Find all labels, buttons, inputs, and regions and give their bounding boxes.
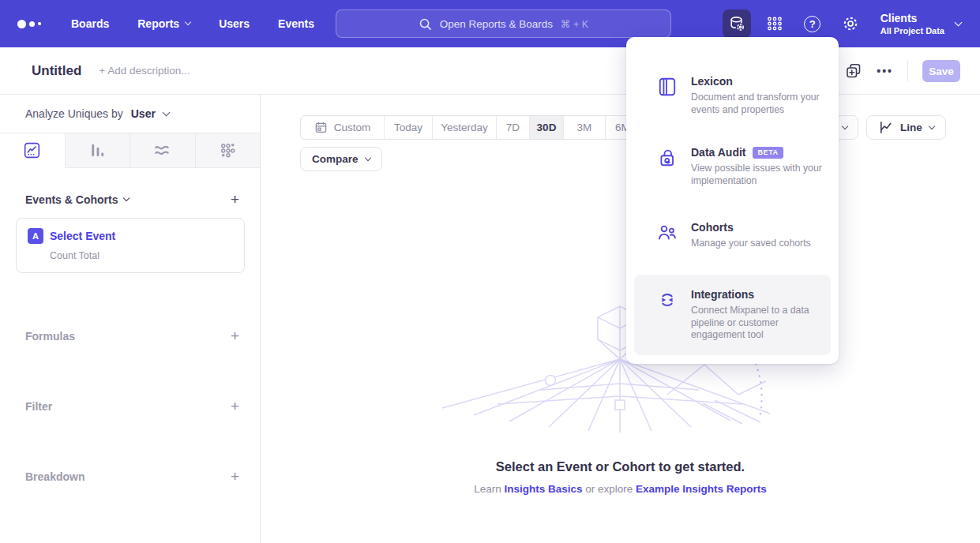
data-audit-icon — [657, 148, 678, 168]
empty-state-links: Learn Insights Basics or explore Example… — [261, 483, 980, 495]
filter-section: Filter + — [0, 399, 260, 414]
chart-type-label: Line — [900, 122, 922, 133]
app-root: Boards Reports Users Events Open Reports… — [0, 0, 980, 543]
nav-item-label: Reports — [137, 17, 179, 30]
menu-item-description: View possible issues with your implement… — [691, 163, 841, 187]
chevron-down-icon — [955, 18, 963, 26]
nav-item-label: Events — [278, 17, 314, 30]
menu-item-cohorts[interactable]: Cohorts Manage your saved cohorts — [634, 213, 831, 258]
menu-item-description: Manage your saved cohorts — [691, 238, 841, 250]
section-label: Filter — [25, 400, 52, 413]
chevron-down-icon — [929, 122, 935, 129]
line-chart-icon — [878, 120, 893, 135]
project-selector[interactable]: Clients All Project Data — [880, 12, 961, 36]
project-name: Clients — [880, 12, 944, 25]
tab-flow-chart[interactable] — [130, 133, 196, 168]
nav-item-reports[interactable]: Reports — [137, 17, 190, 30]
lexicon-book-icon — [657, 77, 678, 97]
help-button[interactable]: ? — [798, 9, 827, 38]
database-gear-icon — [727, 14, 746, 33]
apps-grid-button[interactable] — [760, 9, 789, 38]
menu-item-title: Integrations — [691, 288, 754, 301]
more-options-button[interactable]: ••• — [877, 65, 893, 77]
event-measure-dropdown[interactable]: Count Total — [50, 250, 233, 261]
add-filter-button[interactable]: + — [231, 399, 239, 414]
menu-item-integrations[interactable]: Integrations Connect Mixpanel to a data … — [634, 275, 831, 355]
segment-label: Custom — [334, 122, 371, 133]
tab-bar-chart[interactable] — [66, 133, 131, 168]
chart-type-button[interactable]: Line — [866, 115, 946, 140]
primary-nav: Boards Reports Users Events — [71, 17, 314, 30]
gear-icon — [841, 14, 860, 33]
empty-state-title: Select an Event or Cohort to get started… — [261, 459, 980, 474]
chevron-down-icon — [123, 194, 130, 200]
section-label: Events & Cohorts — [25, 193, 118, 206]
add-event-button[interactable]: + — [231, 192, 239, 207]
segment-label: 30D — [537, 122, 557, 133]
calendar-icon — [314, 121, 328, 134]
segment-3m[interactable]: 3M — [563, 116, 605, 139]
duplicate-icon[interactable] — [845, 62, 862, 80]
segment-7d[interactable]: 7D — [496, 116, 529, 139]
menu-item-title: Cohorts — [691, 221, 734, 234]
compare-button[interactable]: Compare — [300, 147, 382, 171]
project-scope: All Project Data — [880, 25, 944, 36]
mixpanel-logo-icon[interactable] — [17, 20, 54, 28]
menu-item-lexicon[interactable]: Lexicon Document and transform your even… — [634, 67, 831, 124]
menu-item-description: Connect Mixpanel to a data pipeline or c… — [691, 305, 827, 342]
menu-item-data-audit[interactable]: Data Audit BETA View possible issues wit… — [634, 138, 831, 195]
tab-insights-line[interactable] — [0, 133, 66, 168]
report-title[interactable]: Untitled — [32, 63, 81, 79]
menu-item-title: Lexicon — [691, 75, 733, 88]
segment-today[interactable]: Today — [384, 116, 432, 139]
events-cohorts-section: Events & Cohorts + — [0, 192, 260, 207]
segment-30d[interactable]: 30D — [529, 116, 563, 139]
header-divider — [907, 61, 908, 81]
nav-item-users[interactable]: Users — [219, 17, 250, 30]
event-row-card[interactable]: A Select Event Count Total — [16, 218, 245, 273]
data-management-button[interactable] — [723, 9, 751, 38]
chevron-down-icon — [162, 108, 170, 116]
breakdown-section: Breakdown + — [0, 469, 260, 484]
add-description-field[interactable]: + Add description... — [99, 65, 190, 77]
data-tools-dropdown-panel: Lexicon Document and transform your even… — [626, 37, 839, 364]
help-glyph: ? — [809, 18, 816, 30]
save-button[interactable]: Save — [922, 60, 960, 82]
global-search-input[interactable]: Open Reports & Boards ⌘ + K — [336, 9, 671, 38]
nav-item-label: Boards — [71, 17, 109, 30]
insights-basics-link[interactable]: Insights Basics — [504, 483, 582, 495]
nav-item-label: Users — [219, 17, 250, 30]
query-sidebar: Analyze Uniques by User — [0, 95, 261, 543]
select-event-link[interactable]: Select Event — [50, 230, 115, 242]
tab-retention-grid[interactable] — [196, 133, 261, 168]
events-cohorts-header[interactable]: Events & Cohorts — [25, 193, 129, 206]
event-series-badge: A — [28, 228, 43, 244]
nav-item-boards[interactable]: Boards — [71, 17, 109, 30]
compare-label: Compare — [312, 153, 359, 165]
line-chart-tab-icon — [23, 141, 41, 159]
segment-yesterday[interactable]: Yesterday — [432, 116, 496, 139]
apps-grid-icon — [765, 14, 784, 33]
search-placeholder: Open Reports & Boards — [440, 18, 553, 30]
settings-button[interactable] — [836, 9, 865, 38]
date-range-segmented-control: Custom Today Yesterday 7D 30D 3M 6M — [300, 115, 640, 140]
search-icon — [419, 17, 432, 31]
segment-custom[interactable]: Custom — [301, 116, 384, 139]
dot-grid-tab-icon — [219, 141, 237, 159]
chevron-down-icon — [364, 154, 370, 160]
report-header-actions: ••• Save — [845, 47, 960, 95]
formulas-section: Formulas + — [0, 328, 260, 343]
add-formula-button[interactable]: + — [231, 328, 239, 343]
menu-item-description: Document and transform your events and p… — [691, 92, 827, 116]
chart-type-tabs — [0, 133, 260, 168]
help-icon: ? — [804, 16, 820, 32]
search-shortcut: ⌘ + K — [561, 18, 588, 30]
add-breakdown-button[interactable]: + — [231, 469, 239, 484]
analyze-value-dropdown[interactable]: User — [131, 107, 156, 120]
example-reports-link[interactable]: Example Insights Reports — [636, 483, 767, 495]
segment-label: 3M — [577, 122, 592, 133]
analyze-label: Analyze Uniques by — [25, 107, 123, 120]
integrations-sync-icon — [657, 290, 678, 310]
nav-item-events[interactable]: Events — [278, 17, 314, 30]
cohorts-people-icon — [657, 223, 678, 243]
